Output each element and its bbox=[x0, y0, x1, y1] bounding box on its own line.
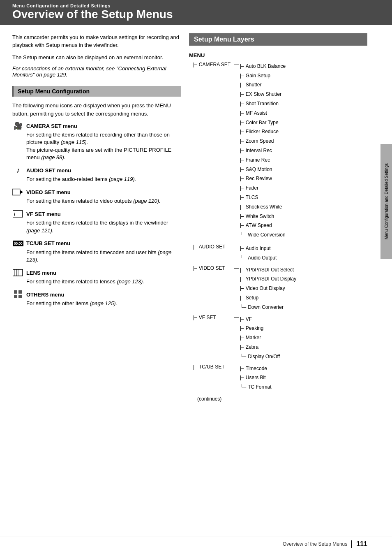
list-item: |–Setup bbox=[240, 293, 296, 303]
list-item: └–Down Converter bbox=[240, 303, 296, 312]
item-text: Zoom Speed bbox=[246, 137, 274, 146]
tree-main: |– CAMERA SET — |–Auto BLK Balance |–Gai… bbox=[193, 62, 367, 402]
camera-set-items: |–Auto BLK Balance |–Gain Setup |–Shutte… bbox=[240, 62, 286, 240]
item-text: Gain Setup bbox=[246, 71, 270, 81]
continues-text: (continues) bbox=[197, 396, 367, 402]
list-item: |–VF bbox=[240, 315, 280, 324]
item-text: Display On/Off bbox=[248, 352, 280, 361]
video-set-block: VIDEO SET menu For setting the items rel… bbox=[12, 188, 181, 205]
item-text: S&Q Motion bbox=[246, 165, 272, 174]
list-item: |–MF Assist bbox=[240, 109, 286, 118]
intro-italic-note: For connections of an external monitor, … bbox=[12, 65, 181, 78]
audio-set-branch-name: AUDIO SET bbox=[199, 244, 226, 250]
item-text: EX Slow Shutter bbox=[246, 90, 281, 99]
camera-set-icon: 🎥 bbox=[12, 122, 24, 130]
lens-icon bbox=[12, 269, 24, 277]
item-text: MF Assist bbox=[246, 109, 267, 118]
audio-set-branch-label: |– AUDIO SET bbox=[193, 244, 234, 250]
right-column: Setup Menu Layers MENU |– CAMERA SET — |… bbox=[189, 33, 392, 402]
audio-set-icon: ♪ bbox=[12, 166, 24, 174]
svg-rect-9 bbox=[18, 290, 22, 294]
item-text: Flicker Reduce bbox=[246, 127, 279, 137]
video-set-title: VIDEO SET menu bbox=[12, 188, 181, 196]
others-label: OTHERS menu bbox=[26, 292, 64, 298]
video-set-label: VIDEO SET menu bbox=[26, 189, 71, 195]
camera-set-branch-label: |– CAMERA SET bbox=[193, 62, 234, 67]
svg-marker-1 bbox=[20, 190, 23, 194]
svg-rect-0 bbox=[12, 189, 20, 195]
list-item: |–ATW Speed bbox=[240, 221, 286, 230]
audio-set-desc-text: For setting the audio-related items bbox=[26, 176, 109, 182]
item-text: Shockless White bbox=[246, 202, 282, 212]
tc-set-branch-label: |– TC/UB SET bbox=[193, 364, 234, 370]
item-text: Wide Conversion bbox=[248, 230, 285, 240]
item-text: Shutter bbox=[246, 80, 262, 90]
others-title: OTHERS menu bbox=[12, 290, 181, 299]
video-set-icon bbox=[12, 188, 24, 196]
list-item: |–Timecode bbox=[240, 364, 272, 373]
list-item: |–Zebra bbox=[240, 343, 280, 352]
lens-desc-text: For setting the items related to lenses bbox=[26, 278, 117, 285]
left-column: This camcorder permits you to make vario… bbox=[12, 33, 189, 402]
camera-set-desc: For setting the items related to recordi… bbox=[26, 131, 181, 161]
list-item: |–TLCS bbox=[240, 193, 286, 202]
svg-rect-4 bbox=[13, 269, 23, 276]
item-text: Audio Output bbox=[248, 253, 277, 263]
item-text: Timecode bbox=[246, 364, 267, 373]
camera-set-title: 🎥 CAMERA SET menu bbox=[12, 122, 181, 130]
item-text: White Switch bbox=[246, 212, 274, 221]
list-item: |–Audio Input bbox=[240, 244, 277, 253]
video-set-desc: For setting the items related to video o… bbox=[26, 197, 181, 205]
vf-set-title: / VF SET menu bbox=[12, 210, 181, 218]
list-item: |–Video Out Display bbox=[240, 284, 296, 293]
list-item: |–Flicker Reduce bbox=[240, 127, 286, 137]
list-item: |–White Switch bbox=[240, 212, 286, 221]
list-item: └–Wide Conversion bbox=[240, 230, 286, 240]
audio-set-title: ♪ AUDIO SET menu bbox=[12, 166, 181, 174]
list-item: |–Shockless White bbox=[240, 202, 286, 212]
setup-config-desc: The following menu icons are displayed w… bbox=[12, 102, 181, 118]
vf-set-branch-name: VF SET bbox=[199, 315, 216, 320]
camera-set-ref2: (page 88). bbox=[41, 154, 65, 160]
camera-set-block: 🎥 CAMERA SET menu For setting the items … bbox=[12, 122, 181, 161]
item-text: Video Out Display bbox=[246, 284, 285, 293]
vf-set-branch-label: |– VF SET bbox=[193, 315, 234, 320]
side-label-container: Menu Configuration and Detailed Settings bbox=[380, 144, 392, 259]
svg-text:/: / bbox=[14, 212, 15, 217]
lens-label: LENS menu bbox=[26, 270, 56, 276]
tc-set-branch-name: TC/UB SET bbox=[199, 364, 225, 370]
tc-set-block: 00:00 TC/UB SET menu For setting the ite… bbox=[12, 239, 181, 264]
video-set-branch-name: VIDEO SET bbox=[199, 265, 225, 271]
list-item: |–Users Bit bbox=[240, 373, 272, 382]
video-set-items: |–YPbPr/SDI Out Select |–YPbPr/SDI Out D… bbox=[240, 265, 296, 312]
list-item: |–Shot Transition bbox=[240, 99, 286, 109]
item-text: TC Format bbox=[248, 382, 271, 392]
list-item: |–Peaking bbox=[240, 324, 280, 333]
header-section: Menu Configuration and Detailed Settings… bbox=[0, 0, 392, 25]
list-item: |–YPbPr/SDI Out Display bbox=[240, 274, 296, 284]
svg-rect-10 bbox=[14, 295, 17, 298]
page-container: Menu Configuration and Detailed Settings… bbox=[0, 0, 392, 556]
vf-set-items: |–VF |–Peaking |–Marker |–Zebra └–Displa… bbox=[240, 315, 280, 361]
item-text: Peaking bbox=[246, 324, 263, 333]
video-set-ref1: (page 120). bbox=[133, 198, 161, 204]
item-text: Shot Transition bbox=[246, 99, 279, 109]
side-label-text: Menu Configuration and Detailed Settings bbox=[384, 163, 389, 239]
item-text: YPbPr/SDI Out Select bbox=[246, 265, 294, 275]
list-item: |–Frame Rec bbox=[240, 155, 286, 165]
list-item: |–Marker bbox=[240, 333, 280, 343]
item-text: Audio Input bbox=[246, 244, 271, 253]
vf-set-label: VF SET menu bbox=[26, 211, 61, 217]
tc-set-desc-text: For setting the items related to timecod… bbox=[26, 249, 158, 255]
intro-paragraph2: The Setup menus can also be displayed on… bbox=[12, 53, 181, 62]
vf-set-desc: For setting the items related to the dis… bbox=[26, 219, 181, 234]
others-ref1: (page 125). bbox=[90, 300, 118, 306]
audio-set-ref1: (page 119). bbox=[109, 176, 136, 182]
item-text: TLCS bbox=[246, 193, 258, 202]
lens-ref1: (page 123). bbox=[117, 278, 144, 285]
audio-set-items: |–Audio Input └–Audio Output bbox=[240, 244, 277, 263]
list-item: |–Auto BLK Balance bbox=[240, 62, 286, 71]
list-item: |–Zoom Speed bbox=[240, 137, 286, 146]
vf-set-ref1: (page 121). bbox=[26, 227, 54, 234]
content-area: This camcorder permits you to make vario… bbox=[0, 25, 392, 410]
